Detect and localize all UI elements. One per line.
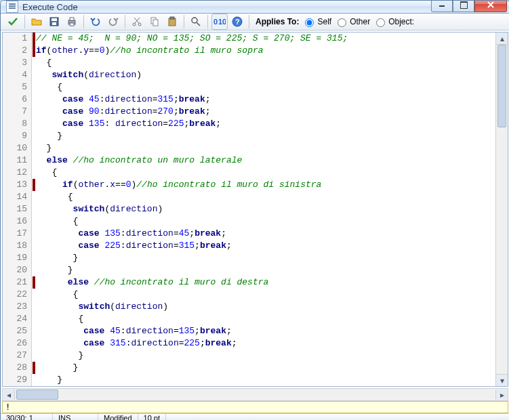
- line-number: 15: [3, 203, 31, 215]
- maximize-button[interactable]: [453, 0, 474, 12]
- line-number: 29: [3, 374, 31, 386]
- horizontal-scrollbar[interactable]: ◂ ▸: [2, 388, 508, 401]
- code-line[interactable]: switch(direction): [36, 203, 495, 215]
- content-area: 1234567891011121314151617181920212223242…: [1, 30, 509, 413]
- minimize-button[interactable]: [431, 0, 453, 12]
- scroll-up-button[interactable]: ▴: [496, 33, 508, 45]
- applies-to-other[interactable]: Other: [334, 16, 370, 27]
- code-line[interactable]: else //ho incontrato il muro di destra: [36, 276, 495, 289]
- scroll-right-button[interactable]: ▸: [495, 390, 508, 400]
- radio-self[interactable]: [305, 18, 314, 27]
- change-mark: [33, 45, 35, 57]
- maximize-icon: [460, 1, 468, 9]
- print-button[interactable]: [64, 14, 80, 30]
- paste-button[interactable]: [164, 14, 180, 30]
- cut-button[interactable]: [129, 14, 145, 30]
- clipboard-icon: [167, 16, 178, 27]
- code-line[interactable]: case 315:direction=225;break;: [36, 337, 495, 350]
- help-button[interactable]: ?: [229, 14, 245, 30]
- save-button[interactable]: [46, 14, 62, 30]
- code-line[interactable]: {: [36, 289, 495, 301]
- code-line[interactable]: else //ho incontrato un muro laterale: [36, 154, 495, 167]
- code-line[interactable]: switch(direction): [36, 301, 495, 313]
- scroll-down-button[interactable]: ▾: [496, 374, 508, 386]
- minimize-icon: [439, 1, 445, 8]
- change-mark: [33, 276, 35, 289]
- window-title: Execute Code: [22, 2, 78, 12]
- line-number: 26: [3, 337, 31, 350]
- code-line[interactable]: case 45:direction=135;break;: [36, 325, 495, 337]
- check-syntax-button[interactable]: 010: [211, 14, 228, 30]
- code-line[interactable]: switch(direction): [36, 69, 495, 81]
- error-message-bar: !: [2, 401, 508, 413]
- line-number: 4: [3, 69, 31, 81]
- scroll-thumb-vertical[interactable]: [497, 45, 506, 127]
- radio-object[interactable]: [376, 18, 385, 27]
- code-line[interactable]: {: [36, 167, 495, 179]
- document-icon: [6, 1, 18, 13]
- titlebar[interactable]: Execute Code: [1, 1, 509, 14]
- printer-icon: [66, 16, 77, 27]
- code-line[interactable]: {: [36, 313, 495, 325]
- applies-to-self[interactable]: Self: [302, 16, 331, 27]
- radio-self-label: Self: [317, 17, 331, 26]
- radio-other[interactable]: [338, 18, 346, 27]
- code-editor[interactable]: 1234567891011121314151617181920212223242…: [2, 32, 508, 387]
- code-line[interactable]: }: [36, 142, 495, 154]
- svg-point-13: [192, 18, 197, 23]
- code-text-area[interactable]: // NE = 45; N = 90; NO = 135; SO = 225; …: [36, 33, 495, 386]
- code-line[interactable]: case 90:direction=270;break;: [36, 106, 495, 118]
- copy-button[interactable]: [146, 14, 163, 30]
- code-line[interactable]: case 135: direction=225;break;: [36, 118, 495, 130]
- line-number: 16: [3, 215, 31, 228]
- status-insert-mode: INS: [53, 414, 98, 420]
- find-button[interactable]: [188, 14, 204, 30]
- redo-button[interactable]: [105, 14, 121, 30]
- undo-button[interactable]: [87, 14, 104, 30]
- svg-rect-2: [52, 18, 57, 21]
- code-line[interactable]: }: [36, 374, 495, 386]
- code-line[interactable]: {: [36, 191, 495, 203]
- line-number: 10: [3, 142, 31, 154]
- line-number: 28: [3, 362, 31, 374]
- line-number: 9: [3, 130, 31, 142]
- code-line[interactable]: if(other.x==0)//ho incontrato il muro di…: [36, 179, 495, 191]
- line-number: 21: [3, 276, 31, 289]
- code-line[interactable]: {: [36, 57, 495, 69]
- line-number: 20: [3, 264, 31, 276]
- scroll-left-button[interactable]: ◂: [3, 390, 15, 400]
- code-line[interactable]: }: [36, 130, 495, 142]
- code-line[interactable]: }: [36, 350, 495, 362]
- code-line[interactable]: }: [36, 252, 495, 264]
- svg-text:10: 10: [218, 18, 226, 26]
- close-button[interactable]: [474, 0, 507, 12]
- help-icon: ?: [232, 16, 243, 27]
- code-line[interactable]: {: [36, 215, 495, 228]
- line-number: 8: [3, 118, 31, 130]
- scroll-thumb-horizontal[interactable]: [16, 390, 58, 400]
- code-line[interactable]: case 135:direction=45;break;: [36, 228, 495, 240]
- svg-rect-6: [70, 23, 74, 26]
- floppy-icon: [49, 16, 60, 27]
- code-line[interactable]: }: [36, 362, 495, 374]
- open-button[interactable]: [28, 14, 45, 30]
- window-buttons: [431, 0, 507, 12]
- change-mark: [33, 33, 35, 45]
- radio-object-label: Object:: [388, 17, 414, 26]
- code-line[interactable]: if(other.y==0)//ho incontrato il muro so…: [36, 45, 495, 57]
- line-number: 3: [3, 57, 31, 69]
- ok-button[interactable]: [5, 14, 21, 30]
- folder-open-icon: [31, 16, 42, 27]
- status-position: 30/30: 1: [1, 414, 53, 420]
- code-line[interactable]: // NE = 45; N = 90; NO = 135; SO = 225; …: [36, 33, 495, 45]
- line-number: 12: [3, 167, 31, 179]
- code-line[interactable]: case 225:direction=315;break;: [36, 240, 495, 252]
- applies-to-object[interactable]: Object:: [373, 16, 414, 27]
- code-line[interactable]: {: [36, 81, 495, 93]
- code-line[interactable]: }: [36, 264, 495, 276]
- vertical-scrollbar[interactable]: ▴ ▾: [495, 33, 508, 386]
- undo-icon: [90, 16, 101, 27]
- code-line[interactable]: case 45:direction=315;break;: [36, 93, 495, 106]
- svg-rect-3: [52, 22, 56, 25]
- change-mark: [33, 362, 35, 374]
